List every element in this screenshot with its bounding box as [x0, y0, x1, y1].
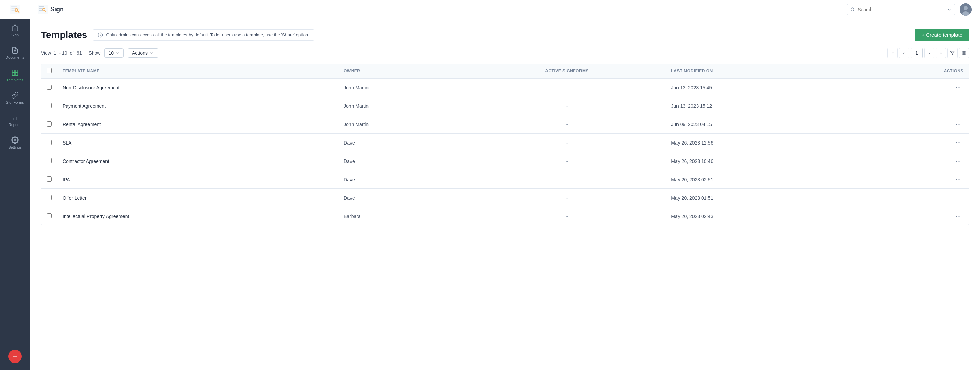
row-checkbox[interactable] — [47, 158, 52, 163]
search-icon — [850, 7, 855, 12]
prev-page-button[interactable]: ‹ — [899, 48, 909, 58]
svg-line-22 — [853, 10, 854, 11]
row-actions-button[interactable]: ··· — [953, 138, 963, 147]
pagination: « ‹ › » — [888, 48, 969, 58]
row-checkbox[interactable] — [47, 195, 52, 200]
topnav: Sign — [30, 0, 980, 19]
svg-point-24 — [964, 6, 968, 10]
sidebar: Sign Documents Templates SignForms — [0, 0, 30, 370]
svg-point-15 — [14, 139, 16, 141]
page-number-input[interactable] — [911, 48, 923, 58]
actions-dropdown[interactable]: Actions — [127, 48, 158, 58]
row-modified: May 26, 2023 10:46 — [666, 152, 858, 170]
table-row: Payment Agreement John Martin - Jun 13, … — [41, 97, 969, 115]
svg-marker-29 — [950, 51, 955, 55]
toolbar: View 1 - 10 of 61 Show 10 Actions — [41, 48, 969, 58]
row-checkbox-cell — [41, 133, 57, 152]
create-template-button[interactable]: + Create template — [915, 29, 969, 41]
row-owner: John Martin — [338, 97, 468, 115]
row-modified: May 20, 2023 01:51 — [666, 189, 858, 207]
select-all-checkbox[interactable] — [47, 68, 52, 73]
show-select[interactable]: 10 — [105, 48, 124, 58]
row-checkbox-cell — [41, 189, 57, 207]
row-checkbox-cell — [41, 170, 57, 189]
table-row: Rental Agreement John Martin - Jun 09, 2… — [41, 115, 969, 133]
row-modified: May 26, 2023 12:56 — [666, 133, 858, 152]
row-signforms: - — [468, 152, 666, 170]
table-row: Offer Letter Dave - May 20, 2023 01:51 ·… — [41, 189, 969, 207]
svg-rect-9 — [15, 70, 18, 72]
svg-rect-8 — [12, 70, 14, 72]
svg-rect-11 — [15, 73, 18, 76]
row-actions-cell: ··· — [858, 79, 969, 97]
row-checkbox[interactable] — [47, 140, 52, 145]
signforms-icon — [11, 92, 19, 99]
main-content: Sign Templates — [30, 0, 980, 370]
last-page-button[interactable]: » — [936, 48, 946, 58]
row-signforms: - — [468, 207, 666, 225]
first-page-button[interactable]: « — [888, 48, 898, 58]
row-owner: Dave — [338, 152, 468, 170]
sidebar-item-templates[interactable]: Templates — [0, 64, 30, 87]
table-row: IPA Dave - May 20, 2023 02:51 ··· — [41, 170, 969, 189]
sign-icon — [11, 24, 19, 32]
sidebar-item-signforms[interactable]: SignForms — [0, 87, 30, 109]
row-checkbox[interactable] — [47, 121, 52, 127]
sidebar-logo — [0, 0, 30, 19]
topnav-logo-icon — [38, 5, 48, 14]
row-modified: May 20, 2023 02:51 — [666, 170, 858, 189]
row-template-name: Rental Agreement — [57, 115, 338, 133]
row-actions-button[interactable]: ··· — [953, 175, 963, 184]
svg-rect-31 — [964, 51, 966, 55]
row-signforms: - — [468, 79, 666, 97]
row-actions-cell: ··· — [858, 170, 969, 189]
row-checkbox-cell — [41, 115, 57, 133]
add-button[interactable]: + — [8, 349, 22, 363]
row-owner: Barbara — [338, 207, 468, 225]
row-actions-button[interactable]: ··· — [953, 212, 963, 221]
row-modified: May 20, 2023 02:43 — [666, 207, 858, 225]
search-divider — [944, 6, 944, 13]
table-body: Non-Disclosure Agreement John Martin - J… — [41, 79, 969, 225]
app-logo-icon — [9, 3, 21, 16]
row-checkbox[interactable] — [47, 176, 52, 182]
header-template-name: TEMPLATE NAME — [57, 64, 338, 79]
sidebar-item-reports[interactable]: Reports — [0, 109, 30, 132]
sidebar-item-documents[interactable]: Documents — [0, 42, 30, 64]
view-info: View 1 - 10 of 61 — [41, 50, 82, 56]
row-actions-button[interactable]: ··· — [953, 83, 963, 92]
reports-icon — [11, 114, 19, 121]
row-actions-cell: ··· — [858, 152, 969, 170]
next-page-button[interactable]: › — [924, 48, 934, 58]
filter-icon — [950, 51, 955, 56]
row-checkbox[interactable] — [47, 103, 52, 108]
row-actions-button[interactable]: ··· — [953, 120, 963, 129]
page-body: Templates Only admins can access all the… — [30, 19, 980, 370]
row-checkbox[interactable] — [47, 213, 52, 218]
filter-button[interactable] — [947, 48, 958, 58]
row-checkbox[interactable] — [47, 85, 52, 90]
sidebar-item-sign[interactable]: Sign — [0, 19, 30, 42]
row-actions-button[interactable]: ··· — [953, 194, 963, 202]
table-row: Intellectual Property Agreement Barbara … — [41, 207, 969, 225]
avatar[interactable] — [959, 3, 972, 16]
search-input[interactable] — [858, 7, 941, 12]
sidebar-item-settings[interactable]: Settings — [0, 132, 30, 154]
user-avatar-icon — [959, 3, 972, 16]
columns-button[interactable] — [959, 48, 969, 58]
row-actions-button[interactable]: ··· — [953, 157, 963, 165]
row-template-name: Intellectual Property Agreement — [57, 207, 338, 225]
show-label: Show — [89, 50, 100, 56]
row-checkbox-cell — [41, 79, 57, 97]
svg-rect-30 — [962, 51, 964, 55]
row-template-name: IPA — [57, 170, 338, 189]
search-dropdown-button[interactable] — [947, 7, 952, 12]
actions-chevron-icon — [150, 51, 154, 55]
info-box: Only admins can access all the templates… — [92, 29, 314, 41]
header-active-signforms: ACTIVE SIGNFORMS — [468, 64, 666, 79]
table-row: Non-Disclosure Agreement John Martin - J… — [41, 79, 969, 97]
row-modified: Jun 13, 2023 15:45 — [666, 79, 858, 97]
documents-icon — [11, 47, 19, 54]
table-row: Contractor Agreement Dave - May 26, 2023… — [41, 152, 969, 170]
row-actions-button[interactable]: ··· — [953, 102, 963, 110]
